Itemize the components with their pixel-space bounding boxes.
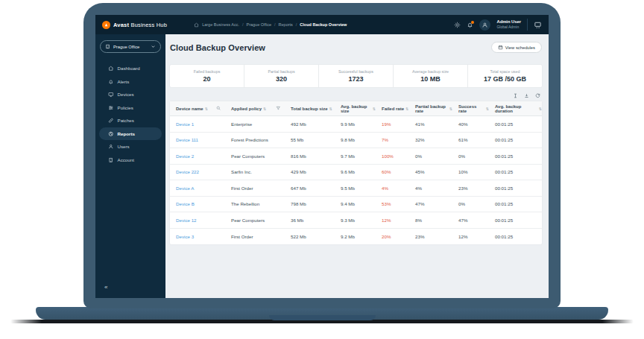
brand-logo: Avast Business Hub bbox=[102, 21, 167, 29]
sort-icon[interactable]: ⇅ bbox=[405, 107, 408, 111]
sidebar-item-patches[interactable]: Patches bbox=[99, 114, 162, 127]
sort-icon[interactable]: ⇅ bbox=[263, 107, 266, 111]
filter-icon[interactable] bbox=[276, 106, 281, 111]
reports-chart-icon bbox=[108, 131, 114, 137]
partial-rate-cell: 8% bbox=[409, 218, 452, 223]
total-size-cell: 647 Mb bbox=[285, 186, 335, 191]
failed-rate-cell: 60% bbox=[376, 169, 409, 174]
avg-size-cell: 9.6 Mb bbox=[335, 169, 376, 174]
sidebar-item-policies[interactable]: Policies bbox=[99, 101, 162, 115]
device-link[interactable]: Device 12 bbox=[170, 218, 225, 223]
notifications-bell-icon[interactable] bbox=[467, 22, 473, 28]
alerts-bell-icon bbox=[108, 79, 114, 85]
duration-cell: 00:01:25 bbox=[489, 201, 542, 206]
table-row: Device 2 Pear Computers 816 Mb 9.7 Mb 10… bbox=[170, 148, 542, 165]
avatar[interactable] bbox=[479, 19, 490, 31]
table-row: Device 1 Enterprise 492 Mb 9.9 Mb 19% 41… bbox=[170, 116, 542, 133]
device-link[interactable]: Device 2 bbox=[170, 153, 225, 159]
policy-cell: Pear Computers bbox=[225, 218, 285, 223]
device-link[interactable]: Device 1 bbox=[170, 121, 225, 127]
sidebar-nav: Dashboard Alerts Devices Policies bbox=[95, 62, 165, 166]
breadcrumb-item[interactable]: Large Business Acc. bbox=[202, 22, 239, 27]
sidebar-item-users[interactable]: Users bbox=[99, 140, 162, 153]
stat-value: 10 MB bbox=[420, 75, 441, 83]
settings-gear-icon[interactable] bbox=[454, 22, 461, 28]
column-header-partial-backup-rate[interactable]: Partial backup rate⇅ bbox=[409, 104, 452, 113]
device-link[interactable]: Device 222 bbox=[170, 169, 225, 174]
user-menu[interactable]: Admin User Global Admin bbox=[496, 19, 521, 29]
column-header-device-name[interactable]: Device name⇅ bbox=[170, 106, 225, 111]
policy-cell: Pear Computers bbox=[225, 153, 285, 159]
sidebar-item-label: Devices bbox=[118, 92, 134, 97]
table-row: Device A First Order 647 Mb 9.5 Mb 4% 4%… bbox=[170, 180, 542, 197]
total-size-cell: 522 Mb bbox=[285, 234, 335, 239]
breadcrumb-item[interactable]: Prague Office bbox=[247, 22, 272, 27]
avg-size-cell: 9.4 Mb bbox=[335, 201, 376, 206]
column-header-failed-rate[interactable]: Failed rate⇅ bbox=[376, 107, 409, 111]
search-icon[interactable] bbox=[216, 106, 221, 111]
sidebar-item-devices[interactable]: Devices bbox=[99, 88, 162, 101]
sidebar-item-label: Reports bbox=[118, 131, 135, 136]
collapse-chevrons-icon: « bbox=[104, 284, 107, 291]
failed-rate-cell: 12% bbox=[376, 218, 409, 223]
view-schedules-button[interactable]: View schedules bbox=[491, 42, 542, 53]
refresh-icon[interactable] bbox=[535, 93, 540, 98]
stat-label: Failed backups bbox=[194, 69, 221, 74]
column-header-total-backup-size[interactable]: Total backup size⇅ bbox=[285, 107, 335, 111]
column-label: Total backup size bbox=[291, 107, 328, 111]
policy-cell: Sarfin Inc. bbox=[225, 169, 285, 174]
main-content: Cloud Backup Overview View schedules Fai… bbox=[165, 34, 549, 298]
total-size-cell: 798 Mb bbox=[285, 201, 335, 206]
sidebar-item-label: Users bbox=[118, 144, 130, 149]
partial-rate-cell: 41% bbox=[409, 121, 452, 127]
column-header-avg-backup-size[interactable]: Avg. backup size⇅ bbox=[335, 104, 376, 113]
success-rate-cell: 23% bbox=[452, 186, 489, 191]
sidebar-collapse-button[interactable]: « bbox=[95, 284, 165, 298]
failed-rate-cell: 20% bbox=[376, 234, 409, 239]
sort-icon[interactable]: ⇅ bbox=[539, 107, 542, 111]
breadcrumb-item[interactable]: Reports bbox=[279, 22, 293, 27]
sidebar-item-label: Alerts bbox=[118, 79, 130, 84]
download-icon[interactable] bbox=[524, 93, 529, 98]
column-header-applied-policy[interactable]: Applied policy⇅ bbox=[225, 106, 285, 111]
device-link[interactable]: Device B bbox=[170, 201, 225, 206]
org-selector[interactable]: Prague Office bbox=[100, 40, 161, 53]
policy-cell: First Order bbox=[225, 234, 285, 239]
sidebar-item-account[interactable]: Account bbox=[99, 153, 162, 167]
avg-size-cell: 9.5 Mb bbox=[335, 186, 376, 191]
view-schedules-label: View schedules bbox=[505, 45, 535, 50]
page-title: Cloud Backup Overview bbox=[170, 43, 265, 52]
column-header-success-rate[interactable]: Success rate⇅ bbox=[452, 104, 489, 113]
sidebar-item-dashboard[interactable]: Dashboard bbox=[99, 62, 162, 75]
table-header-row: Device name⇅ Applied policy⇅ Total backu… bbox=[170, 101, 542, 116]
device-link[interactable]: Device 3 bbox=[170, 234, 225, 239]
sidebar-item-label: Dashboard bbox=[118, 66, 140, 71]
sidebar-item-label: Policies bbox=[118, 105, 133, 110]
table-row: Device 111 Forest Predictions 55 Mb 9.8 … bbox=[170, 133, 542, 149]
sidebar-item-reports[interactable]: Reports bbox=[99, 127, 162, 141]
column-label: Applied policy bbox=[231, 107, 262, 111]
columns-icon[interactable] bbox=[513, 93, 518, 98]
total-size-cell: 429 Mb bbox=[285, 169, 335, 174]
chevron-down-icon bbox=[151, 44, 156, 49]
partial-rate-cell: 32% bbox=[409, 137, 452, 142]
avg-size-cell: 9.2 Mb bbox=[335, 234, 376, 239]
policy-cell: The Rebellion bbox=[225, 201, 285, 206]
column-header-avg-backup-duration[interactable]: Avg. backup duration⇅ bbox=[489, 104, 542, 113]
sort-icon[interactable]: ⇅ bbox=[329, 107, 332, 111]
device-link[interactable]: Device 111 bbox=[170, 137, 225, 142]
sidebar-item-alerts[interactable]: Alerts bbox=[99, 75, 162, 89]
sort-icon[interactable]: ⇅ bbox=[205, 107, 208, 111]
console-switcher-icon[interactable] bbox=[534, 21, 542, 29]
breadcrumb-separator: / bbox=[242, 22, 244, 27]
duration-cell: 00:01:25 bbox=[489, 186, 542, 191]
home-icon[interactable] bbox=[194, 22, 199, 28]
stat-label: Total space used bbox=[490, 69, 520, 74]
breadcrumb-separator: / bbox=[274, 22, 276, 27]
success-rate-cell: 12% bbox=[452, 234, 489, 239]
device-link[interactable]: Device A bbox=[170, 186, 225, 191]
dashboard-icon bbox=[108, 66, 114, 72]
duration-cell: 00:01:25 bbox=[489, 218, 542, 223]
failed-rate-cell: 4% bbox=[376, 186, 409, 191]
table-row: Device 3 First Order 522 Mb 9.2 Mb 20% 2… bbox=[170, 229, 542, 245]
